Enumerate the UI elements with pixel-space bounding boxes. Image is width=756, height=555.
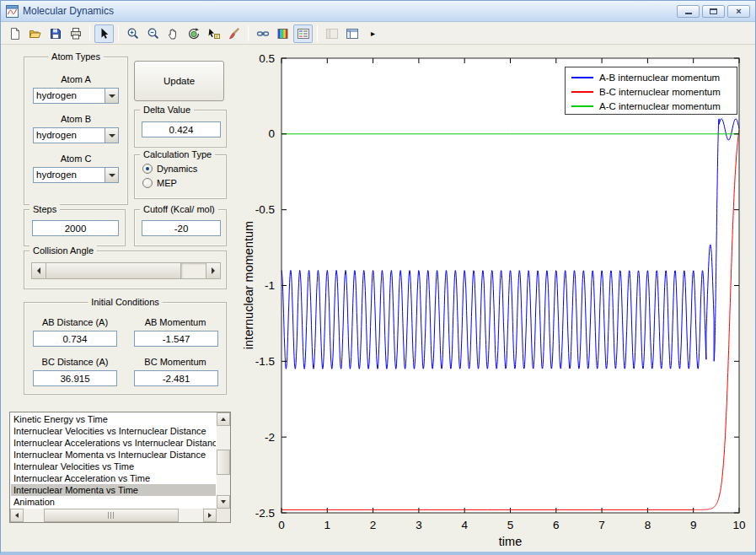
- y-axis-label: internuclear momentum: [242, 201, 255, 369]
- legend-row: A-B internuclear momentum: [566, 70, 737, 84]
- delta-value-input[interactable]: [142, 121, 221, 137]
- plot-type-listbox[interactable]: Kinetic Energy vs Time Internuclear Velo…: [9, 412, 231, 523]
- svg-text:1: 1: [324, 519, 331, 531]
- title-bar: Molecular Dynamics ×: [1, 1, 755, 22]
- ab-momentum-label: AB Momentum: [126, 317, 225, 327]
- cutoff-title: Cutoff (Kcal/ mol): [140, 203, 218, 215]
- list-item[interactable]: Animation: [11, 496, 216, 508]
- scroll-up-button[interactable]: [217, 412, 230, 426]
- save-figure-button[interactable]: [46, 24, 65, 43]
- dynamics-radio-label: Dynamics: [157, 164, 197, 174]
- hide-plot-tools-button[interactable]: [322, 24, 341, 43]
- list-item[interactable]: Internuclear Momenta vs Time: [11, 484, 216, 496]
- close-button[interactable]: ×: [727, 5, 750, 18]
- data-cursor-button[interactable]: [204, 24, 223, 43]
- new-figure-button[interactable]: [5, 24, 24, 43]
- mep-radio[interactable]: [142, 178, 153, 188]
- horizontal-scroll-thumb[interactable]: [44, 509, 179, 522]
- ab-momentum-input[interactable]: [134, 331, 218, 347]
- arrow-left-icon: [37, 267, 40, 274]
- list-item[interactable]: Internuclear Velocities vs Internuclear …: [11, 425, 216, 437]
- atom-c-dropdown[interactable]: hydrogen: [33, 167, 119, 183]
- plot-canvas: 0123456789100.50-0.5-1-1.5-2-2.5: [237, 45, 756, 554]
- steps-input[interactable]: [32, 220, 119, 236]
- svg-text:-0.5: -0.5: [255, 203, 275, 216]
- svg-text:-1: -1: [265, 279, 275, 292]
- collision-angle-slider[interactable]: [31, 262, 221, 279]
- delta-value-title: Delta Value: [140, 104, 194, 116]
- plot-legend[interactable]: A-B internuclear momentum B-C internucle…: [565, 67, 737, 115]
- slider-right-arrow-button[interactable]: [206, 263, 220, 278]
- pan-button[interactable]: [164, 24, 183, 43]
- dynamics-radio[interactable]: [142, 164, 153, 174]
- list-horizontal-scrollbar[interactable]: [10, 509, 217, 522]
- insert-legend-button[interactable]: [293, 24, 313, 43]
- ab-distance-input[interactable]: [33, 331, 117, 347]
- brush-icon: [228, 27, 241, 40]
- calculation-type-title: Calculation Type: [140, 148, 215, 160]
- zoom-in-button[interactable]: [123, 24, 142, 43]
- toolbar-overflow-icon[interactable]: ▸: [371, 30, 375, 38]
- dropdown-arrow-button[interactable]: [105, 128, 118, 143]
- list-item[interactable]: Internuclear Acceleration vs Time: [11, 472, 216, 484]
- pointer-icon: [98, 27, 111, 40]
- slider-thumb[interactable]: [46, 263, 181, 278]
- bc-distance-input[interactable]: [33, 370, 117, 386]
- zoom-out-button[interactable]: [143, 24, 163, 43]
- horizontal-scroll-track[interactable]: [24, 509, 203, 522]
- vertical-scroll-track[interactable]: [217, 426, 230, 495]
- edit-plot-button[interactable]: [94, 24, 114, 43]
- slider-track[interactable]: [181, 263, 206, 278]
- atom-types-panel: Atom Types Atom A hydrogen Atom B hydrog…: [24, 57, 128, 205]
- minimize-button[interactable]: [677, 5, 700, 18]
- brush-data-button[interactable]: [224, 24, 244, 43]
- list-item[interactable]: Internulear Velocities vs Time: [11, 461, 216, 472]
- calculation-type-panel: Calculation Type Dynamics MEP: [134, 154, 227, 199]
- update-button[interactable]: Update: [134, 61, 224, 101]
- mep-radio-row[interactable]: MEP: [142, 178, 226, 188]
- open-file-button[interactable]: [25, 24, 45, 43]
- show-plot-tools-button[interactable]: [342, 24, 362, 43]
- scroll-left-button[interactable]: [10, 509, 24, 522]
- cutoff-input[interactable]: [142, 220, 221, 236]
- list-item[interactable]: Internuclear Momenta vs Internuclear Dis…: [11, 449, 216, 461]
- print-figure-button[interactable]: [66, 24, 85, 43]
- dropdown-arrow-button[interactable]: [105, 168, 118, 182]
- list-vertical-scrollbar[interactable]: [217, 412, 230, 509]
- dynamics-radio-row[interactable]: Dynamics: [142, 164, 226, 174]
- window-title: Molecular Dynamics: [23, 5, 114, 17]
- atom-a-label: Atom A: [61, 74, 90, 84]
- save-icon: [49, 27, 62, 40]
- ab-distance-label: AB Distance (A): [24, 317, 126, 327]
- close-icon: ×: [736, 7, 741, 16]
- matlab-figure-icon: [6, 5, 19, 18]
- legend-line-swatch: [571, 91, 593, 93]
- scroll-down-button[interactable]: [217, 495, 230, 509]
- list-item[interactable]: Kinetic Energy vs Time: [11, 413, 216, 425]
- svg-text:7: 7: [598, 519, 605, 531]
- svg-text:0.5: 0.5: [259, 52, 275, 65]
- svg-text:-2.5: -2.5: [255, 507, 275, 520]
- dropdown-arrow-button[interactable]: [105, 89, 118, 103]
- scroll-right-button[interactable]: [203, 509, 217, 522]
- rotate-3d-button[interactable]: [184, 24, 203, 43]
- vertical-scroll-thumb[interactable]: [217, 450, 230, 475]
- chevron-down-icon: [109, 174, 115, 177]
- legend-label: A-B internuclear momentum: [599, 73, 720, 83]
- toolbar-separator: [248, 25, 249, 41]
- link-plot-button[interactable]: [253, 24, 272, 43]
- initial-conditions-title: Initial Conditions: [88, 296, 163, 308]
- delta-value-panel: Delta Value: [134, 110, 227, 148]
- bc-momentum-input[interactable]: [134, 370, 218, 386]
- insert-colorbar-button[interactable]: [273, 24, 292, 43]
- atom-a-dropdown[interactable]: hydrogen: [33, 88, 119, 104]
- restore-button[interactable]: [702, 5, 725, 18]
- slider-left-arrow-button[interactable]: [32, 263, 46, 278]
- arrow-right-icon: [208, 513, 212, 518]
- list-item[interactable]: Internuclear Accelerations vs Internucle…: [11, 437, 216, 449]
- svg-text:-1.5: -1.5: [255, 355, 275, 368]
- minimize-icon: [685, 13, 692, 14]
- atom-b-dropdown[interactable]: hydrogen: [33, 127, 119, 143]
- bc-distance-label: BC Distance (A): [24, 357, 126, 367]
- steps-panel: Steps: [24, 209, 126, 246]
